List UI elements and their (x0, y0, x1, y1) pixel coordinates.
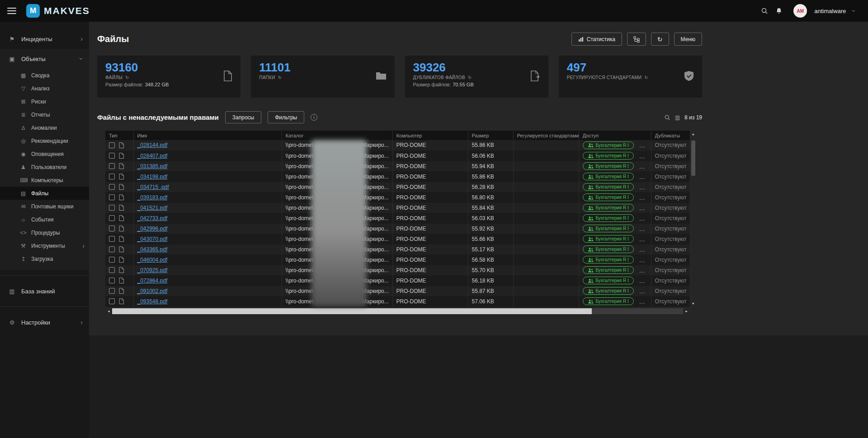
queries-button[interactable]: Запросы (225, 111, 261, 123)
more-access-button[interactable]: ... (639, 226, 645, 232)
access-group-badge[interactable]: Бухгалтерия R I (583, 287, 634, 295)
sidebar-item-anomaly[interactable]: ∆Аномалии (0, 121, 89, 134)
sidebar-item-incidents[interactable]: ⚑ Инциденты › (0, 29, 89, 49)
row-checkbox[interactable] (109, 226, 115, 231)
more-access-button[interactable]: ... (639, 153, 645, 160)
hamburger-menu-icon[interactable] (7, 8, 16, 14)
statistics-button[interactable]: Статистика (571, 33, 622, 46)
row-checkbox[interactable] (109, 205, 115, 211)
sidebar-item-settings[interactable]: ⚙ Настройки › (0, 312, 89, 332)
refresh-button[interactable]: ↻ (651, 33, 669, 46)
file-name-link[interactable]: _039183.pdf (137, 194, 168, 201)
more-access-button[interactable]: ... (639, 164, 645, 170)
refresh-icon[interactable]: ↻ (125, 75, 129, 80)
info-icon[interactable]: i (311, 114, 317, 121)
file-name-link[interactable]: _031385.pdf (137, 163, 168, 170)
sidebar-item-upload[interactable]: ↥Загрузка (0, 252, 89, 265)
file-name-link[interactable]: _070925.pdf (137, 267, 168, 273)
sidebar-item-file[interactable]: ▤Файлы (0, 187, 89, 200)
access-group-badge[interactable]: Бухгалтерия R I (583, 266, 634, 274)
file-name-link[interactable]: _034715 .pdf (137, 184, 169, 190)
table-row[interactable]: _028407.pdf \\pro-dome\ Маркиро... PRO-D… (105, 151, 690, 161)
sidebar-item-mailbox[interactable]: ✉Почтовые ящики (0, 200, 89, 213)
more-access-button[interactable]: ... (639, 278, 645, 284)
access-group-badge[interactable]: Бухгалтерия R I (583, 235, 634, 243)
table-search-icon[interactable] (664, 114, 670, 121)
row-checkbox[interactable] (109, 298, 115, 304)
file-name-link[interactable]: _034198.pdf (137, 174, 168, 180)
file-name-link[interactable]: _093548.pdf (137, 298, 168, 305)
access-group-badge[interactable]: Бухгалтерия R I (583, 277, 634, 284)
table-row[interactable]: _043070.pdf \\pro-dome\ Маркиро... PRO-D… (105, 234, 690, 244)
table-row[interactable]: _041521.pdf \\pro-dome\ Маркиро... PRO-D… (105, 203, 690, 213)
sidebar-item-computer[interactable]: ⌨Компьютеры (0, 174, 89, 187)
user-avatar[interactable]: AM (793, 4, 807, 18)
scroll-up-icon[interactable]: ▲ (692, 131, 695, 137)
row-checkbox[interactable] (109, 257, 115, 263)
access-group-badge[interactable]: Бухгалтерия R I (583, 183, 634, 191)
table-row[interactable]: _042733.pdf \\pro-dome\ Маркиро... PRO-D… (105, 213, 690, 223)
row-checkbox[interactable] (109, 246, 115, 252)
file-name-link[interactable]: _041521.pdf (137, 205, 168, 211)
menu-button[interactable]: Меню (674, 33, 702, 46)
table-row[interactable]: _046004.pdf \\pro-dome\ Маркиро... PRO-D… (105, 254, 690, 265)
file-name-link[interactable]: _042996.pdf (137, 226, 168, 232)
access-group-badge[interactable]: Бухгалтерия R I (583, 162, 634, 170)
column-header[interactable]: Доступ (579, 131, 651, 140)
refresh-icon[interactable]: ↻ (278, 75, 282, 80)
sidebar-item-tools[interactable]: ⚒Инструменты› (0, 239, 89, 252)
access-group-badge[interactable]: Бухгалтерия R I (583, 193, 634, 201)
row-checkbox[interactable] (109, 267, 115, 273)
access-group-badge[interactable]: Бухгалтерия R I (583, 245, 634, 253)
column-header[interactable]: Размер (468, 131, 513, 140)
access-group-badge[interactable]: Бухгалтерия R I (583, 256, 634, 264)
more-access-button[interactable]: ... (639, 268, 645, 274)
sidebar-item-code[interactable]: <>Процедуры (0, 226, 89, 239)
sidebar-item-user[interactable]: ♟Пользователи (0, 160, 89, 174)
more-access-button[interactable]: ... (639, 195, 645, 201)
row-checkbox[interactable] (109, 236, 115, 242)
more-access-button[interactable]: ... (639, 174, 645, 180)
column-header[interactable]: Каталог (282, 131, 392, 140)
table-row[interactable]: _034715 .pdf \\pro-dome\ Маркиро... PRO-… (105, 182, 690, 192)
file-name-link[interactable]: _043070.pdf (137, 236, 168, 242)
more-access-button[interactable]: ... (639, 236, 645, 243)
access-group-badge[interactable]: Бухгалтерия R I (583, 152, 634, 160)
sidebar-item-event[interactable]: ☼События (0, 213, 89, 226)
access-group-badge[interactable]: Бухгалтерия R I (583, 141, 634, 149)
row-checkbox[interactable] (109, 278, 115, 283)
more-access-button[interactable]: ... (639, 142, 645, 149)
table-row[interactable]: _072864.pdf \\pro-dome\ Маркиро... PRO-D… (105, 275, 690, 286)
table-row[interactable]: _070925.pdf \\pro-dome\ Маркиро... PRO-D… (105, 265, 690, 275)
row-checkbox[interactable] (109, 288, 115, 294)
more-access-button[interactable]: ... (639, 299, 645, 305)
column-header[interactable]: Регулируется стандартами (513, 131, 579, 140)
access-group-badge[interactable]: Бухгалтерия R I (583, 297, 634, 305)
row-checkbox[interactable] (109, 163, 115, 169)
file-name-link[interactable]: _072864.pdf (137, 278, 168, 284)
more-access-button[interactable]: ... (639, 184, 645, 191)
search-icon[interactable] (761, 7, 768, 14)
more-access-button[interactable]: ... (639, 257, 645, 264)
notifications-bell-icon[interactable] (775, 7, 783, 14)
access-group-badge[interactable]: Бухгалтерия R I (583, 214, 634, 222)
file-name-link[interactable]: _042733.pdf (137, 215, 168, 221)
filters-button[interactable]: Фильтры (268, 111, 304, 123)
row-checkbox[interactable] (109, 194, 115, 200)
table-row[interactable]: _093548.pdf \\pro-dome\ Маркиро... PRO-D… (105, 296, 690, 306)
column-header[interactable]: Дубликаты (651, 131, 690, 140)
access-group-badge[interactable]: Бухгалтерия R I (583, 204, 634, 212)
refresh-icon[interactable]: ↻ (644, 75, 648, 80)
row-checkbox[interactable] (109, 142, 115, 148)
scroll-down-icon[interactable]: ▼ (692, 300, 695, 306)
horizontal-scrollbar[interactable]: ◄ ► (105, 308, 690, 314)
sidebar-item-grid[interactable]: ▦Сводка (0, 69, 89, 82)
user-menu-chevron-icon[interactable]: › (851, 10, 858, 12)
access-group-badge[interactable]: Бухгалтерия R I (583, 173, 634, 180)
table-row[interactable]: _031385.pdf \\pro-dome\ Маркиро... PRO-D… (105, 161, 690, 171)
row-checkbox[interactable] (109, 215, 115, 221)
more-access-button[interactable]: ... (639, 205, 645, 212)
row-checkbox[interactable] (109, 153, 115, 159)
table-row[interactable]: _043365.pdf \\pro-dome\ Маркиро... PRO-D… (105, 244, 690, 254)
pagination[interactable]: 8 из 19 (684, 114, 702, 121)
